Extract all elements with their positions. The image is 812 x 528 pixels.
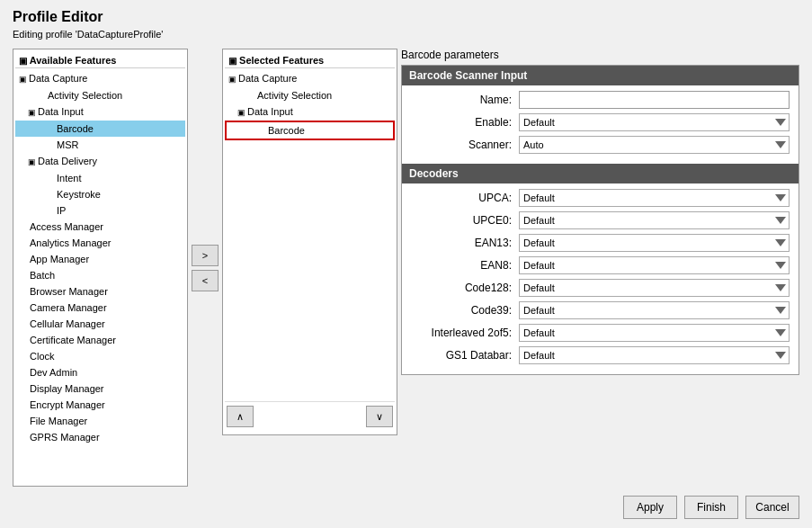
selected-features-section: ▣ Selected Features▣Data CaptureActivity… (222, 49, 397, 487)
decoder-row-ean13: EAN13: DefaultEnableDisable (411, 234, 790, 252)
decoder-label: EAN8: (411, 259, 519, 272)
scanner-label: Scanner: (411, 139, 519, 151)
decoder-label: Interleaved 2of5: (411, 327, 519, 339)
name-row: Name: (411, 91, 790, 109)
cancel-button[interactable]: Cancel (745, 496, 799, 519)
decoder-label: UPCA: (411, 192, 519, 204)
decoder-label: Code128: (411, 282, 519, 294)
decoder-row-code128: Code128: DefaultEnableDisable (411, 279, 790, 297)
decoder-label: EAN13: (411, 237, 519, 249)
decoder-row-interleaved2of5: Interleaved 2of5: DefaultEnableDisable (411, 324, 790, 342)
selected-feature-sel-activitysel[interactable]: Activity Selection (225, 87, 395, 103)
enable-row: Enable: DefaultEnableDisable (411, 113, 790, 131)
available-feature-avail-datadelivery[interactable]: ▣Data Delivery (15, 153, 185, 170)
enable-label: Enable: (411, 116, 519, 129)
available-feature-avail-devadmin[interactable]: Dev Admin (15, 364, 185, 380)
decoder-label: GS1 Databar: (411, 349, 519, 362)
move-up-button[interactable]: ∧ (227, 406, 254, 427)
decoders-form: UPCA: DefaultEnableDisable UPCE0: Defaul… (402, 183, 799, 374)
selected-features-panel: ▣ Selected Features▣Data CaptureActivity… (222, 49, 397, 435)
move-down-button[interactable]: ∨ (366, 406, 393, 427)
scanner-input-form: Name: Enable: DefaultEnableDisable Scann… (402, 85, 799, 164)
available-feature-avail-datainput[interactable]: ▣Data Input (15, 103, 185, 121)
decoder-select[interactable]: DefaultEnableDisable (519, 279, 790, 297)
selected-features-header: ▣ Selected Features (225, 53, 395, 68)
available-feature-avail-displaymgr[interactable]: Display Manager (15, 380, 185, 397)
barcode-params-form: Barcode Scanner Input Name: Enable: Defa… (401, 65, 799, 375)
decoder-select[interactable]: DefaultEnableDisable (519, 346, 790, 364)
available-feature-avail-encryptmgr[interactable]: Encrypt Manager (15, 397, 185, 413)
available-feature-avail-accessmgr[interactable]: Access Manager (15, 219, 185, 235)
available-features-header: ▣ Available Features (15, 53, 185, 68)
available-feature-avail-batch[interactable]: Batch (15, 267, 185, 283)
decoder-select[interactable]: DefaultEnableDisable (519, 189, 790, 207)
enable-select[interactable]: DefaultEnableDisable (519, 113, 790, 131)
move-right-button[interactable]: > (192, 245, 219, 266)
transfer-buttons: > < (192, 49, 219, 487)
apply-button[interactable]: Apply (623, 496, 677, 519)
available-feature-avail-keystroke[interactable]: Keystroke (15, 186, 185, 202)
available-feature-avail-activitysel[interactable]: Activity Selection (15, 87, 185, 103)
available-feature-avail-cameramgr[interactable]: Camera Manager (15, 300, 185, 316)
decoder-label: Code39: (411, 304, 519, 317)
scanner-input-header: Barcode Scanner Input (402, 66, 799, 85)
decoder-row-code39: Code39: DefaultEnableDisable (411, 301, 790, 319)
selected-feature-sel-datacapture[interactable]: ▣Data Capture (225, 70, 395, 87)
scanner-row: Scanner: AutoImagerLaser (411, 136, 790, 154)
bottom-bar: Apply Finish Cancel (13, 487, 799, 519)
decoders-header: Decoders (402, 164, 799, 183)
decoder-select[interactable]: DefaultEnableDisable (519, 256, 790, 274)
available-features-panel: ▣ Available Features▣Data CaptureActivit… (13, 49, 188, 487)
decoder-select[interactable]: DefaultEnableDisable (519, 324, 790, 342)
decoder-row-gs1databar: GS1 Databar: DefaultEnableDisable (411, 346, 790, 364)
selected-feature-sel-datainput[interactable]: ▣Data Input (225, 103, 395, 121)
available-feature-avail-datacapture[interactable]: ▣Data Capture (15, 70, 185, 87)
move-left-button[interactable]: < (192, 270, 219, 291)
available-feature-avail-filemgr[interactable]: File Manager (15, 413, 185, 429)
middle-panel-bottom: ∧ ∨ (225, 401, 395, 431)
available-feature-avail-clock[interactable]: Clock (15, 348, 185, 364)
available-feature-avail-analyticsmgr[interactable]: Analytics Manager (15, 235, 185, 251)
subtitle: Editing profile 'DataCaptureProfile' (13, 29, 799, 40)
decoder-row-upce0: UPCE0: DefaultEnableDisable (411, 211, 790, 229)
available-feature-avail-barcode[interactable]: Barcode (15, 121, 185, 137)
available-feature-avail-gprsmgr[interactable]: GPRS Manager (15, 429, 185, 445)
available-feature-avail-intent[interactable]: Intent (15, 170, 185, 186)
barcode-params-panel: Barcode parameters Barcode Scanner Input… (401, 49, 799, 487)
name-input[interactable] (519, 91, 790, 109)
decoder-select[interactable]: DefaultEnableDisable (519, 234, 790, 252)
decoder-select[interactable]: DefaultEnableDisable (519, 301, 790, 319)
main-content: ▣ Available Features▣Data CaptureActivit… (13, 49, 799, 487)
finish-button[interactable]: Finish (684, 496, 738, 519)
decoder-row-upca: UPCA: DefaultEnableDisable (411, 189, 790, 207)
profile-editor-window: Profile Editor Editing profile 'DataCapt… (0, 0, 812, 528)
available-feature-avail-msr[interactable]: MSR (15, 137, 185, 153)
available-feature-avail-browsermgr[interactable]: Browser Manager (15, 283, 185, 300)
selected-feature-sel-barcode[interactable]: Barcode (225, 121, 395, 140)
available-feature-avail-ip[interactable]: IP (15, 202, 185, 219)
decoder-label: UPCE0: (411, 214, 519, 227)
decoder-select[interactable]: DefaultEnableDisable (519, 211, 790, 229)
barcode-params-label: Barcode parameters (401, 49, 799, 61)
available-feature-avail-cellularmgr[interactable]: Cellular Manager (15, 316, 185, 332)
scanner-select[interactable]: AutoImagerLaser (519, 136, 790, 154)
window-title: Profile Editor (13, 9, 799, 25)
available-feature-avail-appmgr[interactable]: App Manager (15, 251, 185, 267)
decoder-row-ean8: EAN8: DefaultEnableDisable (411, 256, 790, 274)
name-label: Name: (411, 94, 519, 106)
available-feature-avail-certmgr[interactable]: Certificate Manager (15, 332, 185, 348)
